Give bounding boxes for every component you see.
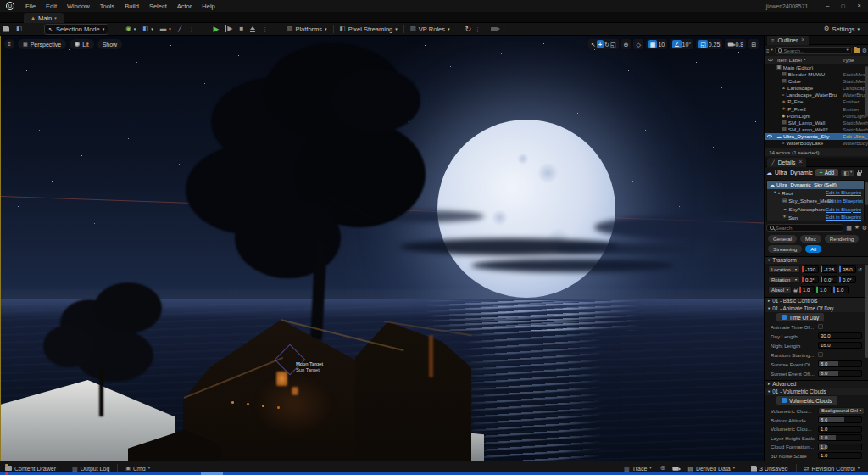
show-dropdown[interactable]: Show [97, 39, 123, 49]
display-options-icon[interactable] [846, 225, 852, 231]
screenshot-icon[interactable] [673, 467, 679, 471]
rotate-tool-icon[interactable] [604, 42, 609, 48]
menu-actor[interactable]: Actor [172, 3, 198, 10]
rotation-y[interactable]: 0.0° [821, 276, 837, 283]
pixel-streaming-dropdown[interactable]: Pixel Streaming [337, 24, 401, 35]
random-start-checkbox[interactable] [818, 352, 823, 357]
viewport[interactable]: Moon Target Sun Target Perspective Lit S… [0, 36, 764, 461]
details-search-input[interactable] [776, 225, 841, 231]
rotation-x[interactable]: 0.0° [802, 276, 819, 283]
favorites-icon[interactable] [854, 225, 860, 231]
outliner-row[interactable]: SM_Lamp_Wall2StaticMesh [765, 126, 868, 132]
edit-in-blueprint-link[interactable]: Edit in Blueprint [826, 190, 861, 195]
location-dropdown[interactable]: Location [768, 265, 800, 273]
component-row[interactable]: Sun Edit in Blueprint [767, 213, 864, 221]
menu-file[interactable]: File [20, 3, 41, 10]
noise-scale-input[interactable]: 1.0 [818, 452, 862, 459]
add-component-button[interactable]: + Add [815, 169, 839, 176]
camera-options-icon[interactable] [501, 26, 507, 32]
type-column[interactable]: Type [843, 57, 854, 63]
section-volumetric-clouds[interactable]: 01 - Volumetric Clouds [765, 388, 868, 395]
minimize-button[interactable] [820, 3, 835, 9]
outliner-search-input[interactable] [783, 48, 844, 53]
browse-content-button[interactable] [13, 24, 25, 35]
outliner-row[interactable]: LandscapeLandscape [765, 84, 868, 91]
details-search[interactable] [766, 224, 843, 232]
cloud-coverage-input[interactable]: 1.0 [818, 426, 862, 433]
unreal-logo-icon[interactable]: U [3, 2, 17, 11]
chip-misc[interactable]: Misc [800, 235, 821, 243]
blueprint-actions-dropdown[interactable] [841, 170, 854, 176]
outliner-row[interactable]: Landscape_WaterBruWaterBrus [765, 92, 868, 98]
outliner-row[interactable]: WaterBodyLakeWaterBody [765, 140, 868, 147]
day-length-input[interactable]: 30.0 [818, 332, 862, 339]
chip-streaming[interactable]: Streaming [768, 245, 802, 253]
menu-edit[interactable]: Edit [41, 3, 62, 10]
surface-snap-button[interactable] [633, 39, 643, 49]
outliner-row[interactable]: P_Fire2Emitter [765, 105, 868, 112]
scale-y[interactable]: 1.0 [816, 286, 832, 293]
component-row[interactable]: Sky_Sphere_Mesh Edit in Blueprint [767, 197, 864, 205]
filter-icon[interactable] [766, 48, 770, 53]
play-from-here-button[interactable] [222, 24, 236, 35]
editor-modes-button[interactable] [175, 24, 186, 35]
outliner-row[interactable]: P_FireEmitter [765, 98, 868, 105]
content-drawer-button[interactable]: Content Drawer [0, 466, 61, 472]
derived-data-dropdown[interactable]: Derived Data [682, 466, 740, 472]
cloud-mode-dropdown[interactable]: Background Only Cl [818, 407, 865, 415]
rotation-z[interactable]: 0.0° [839, 276, 856, 283]
rotation-dropdown[interactable]: Rotation [768, 276, 800, 283]
layer-height-input[interactable]: 1.0 [818, 434, 862, 441]
camera-speed-control[interactable]: 0.8 [725, 39, 746, 49]
tab-main-level[interactable]: Main [24, 13, 64, 23]
chip-all[interactable]: All [805, 245, 821, 253]
outliner-row[interactable]: Blender-MUWUStaticMesh [765, 70, 868, 77]
expand-icon[interactable] [774, 191, 776, 195]
visibility-column-icon[interactable] [768, 59, 773, 62]
scale-lock-icon[interactable] [794, 289, 798, 292]
edit-in-blueprint-link[interactable]: Edit in Blueprint [827, 198, 863, 204]
selection-mode-dropdown[interactable]: Selection Mode [44, 24, 108, 35]
select-tool-icon[interactable] [591, 42, 596, 48]
reset-location-icon[interactable] [858, 267, 862, 272]
output-log-button[interactable]: Output Log [67, 466, 114, 472]
location-x[interactable]: -130. [802, 265, 819, 273]
outliner-search[interactable] [775, 47, 852, 54]
night-length-input[interactable]: 16.0 [818, 342, 862, 349]
outliner-row-selected[interactable]: Ultra_Dynamic_SkyEdit Ultra_ [765, 133, 868, 140]
lock-icon[interactable] [857, 172, 861, 176]
maximize-button[interactable] [835, 3, 850, 9]
component-row[interactable]: SkyAtmosphere Edit in Blueprint [767, 205, 864, 214]
component-row-self[interactable]: Ultra_Dynamic_Sky (Self) [767, 181, 864, 189]
recompile-options-icon[interactable] [475, 26, 481, 32]
viewport-menu-button[interactable] [4, 39, 14, 49]
cmd-dropdown[interactable]: Cmd [120, 466, 155, 472]
scale-x[interactable]: 1.0 [799, 286, 815, 293]
unsaved-button[interactable]: 3 Unsaved [746, 466, 793, 472]
play-button[interactable] [209, 24, 222, 35]
sunrise-input[interactable]: 8.0 [818, 360, 862, 367]
section-advanced[interactable]: Advanced [765, 380, 868, 388]
lit-dropdown[interactable]: Lit [70, 39, 93, 49]
outliner-row-main[interactable]: Main (Editor) [765, 64, 868, 70]
eye-icon[interactable] [767, 135, 772, 138]
component-row-root[interactable]: Root Edit in Blueprint [767, 189, 864, 198]
scale-snap-control[interactable]: 0.25 [696, 39, 722, 49]
platforms-dropdown[interactable]: Platforms [283, 24, 330, 35]
create-folder-icon[interactable] [854, 48, 860, 53]
tab-details[interactable]: Details [767, 158, 806, 167]
cinematics-button[interactable] [157, 24, 175, 35]
stop-button[interactable] [236, 24, 247, 35]
section-animate-tod[interactable]: 01 - Animate Time Of Day [765, 305, 868, 312]
save-button[interactable] [0, 24, 13, 35]
eject-button[interactable] [247, 24, 259, 35]
menu-window[interactable]: Window [62, 3, 95, 10]
menu-help[interactable]: Help [197, 3, 220, 10]
edit-in-blueprint-link[interactable]: Edit in Blueprint [826, 215, 861, 220]
location-y[interactable]: -128. [821, 265, 837, 273]
cloud-formation-input[interactable]: 1.0 [818, 444, 862, 450]
sunset-input[interactable]: 8.0 [818, 370, 862, 377]
menu-tools[interactable]: Tools [95, 3, 120, 10]
bottom-altitude-input[interactable]: 8.6 [818, 416, 862, 423]
details-settings-icon[interactable] [862, 225, 867, 231]
